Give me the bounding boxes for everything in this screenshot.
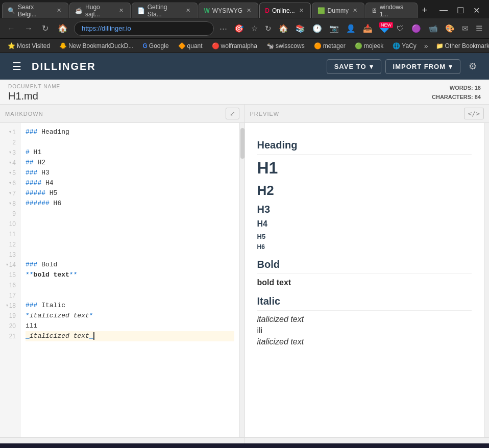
code-line-10	[26, 219, 234, 229]
home-button[interactable]: 🏠	[55, 22, 71, 34]
fold-arrow-8[interactable]: ▾	[9, 198, 11, 209]
html-view-button[interactable]: </>	[464, 108, 484, 119]
markdown-panel: MARKDOWN ⤢ ▾12▾3▾4▾5▾6▾7▾8910111213▾1415…	[0, 105, 245, 437]
close-window-button[interactable]: ✕	[469, 5, 484, 16]
bookmarks-more[interactable]: »	[422, 41, 430, 51]
yacy-icon: 🌐	[393, 42, 400, 49]
bottom-scroll-left[interactable]	[0, 438, 245, 443]
tab-windows[interactable]: 🖥 windows 1...	[365, 3, 418, 18]
mojeek-icon: 🟢	[355, 42, 362, 49]
video-btn[interactable]: 📹	[426, 23, 441, 34]
line-number-14: ▾14	[0, 260, 20, 270]
wolframalpha-icon: 🔴	[212, 42, 219, 49]
history-icon-btn[interactable]: 🕐	[310, 23, 325, 34]
ublock-btn[interactable]: 🛡	[394, 23, 407, 34]
home-icon-btn[interactable]: 🏠	[276, 23, 291, 34]
tab-wysiwyg[interactable]: W WYSIWYG ✕	[199, 3, 259, 18]
preview-scrollbar[interactable]	[484, 123, 489, 437]
bookmark-swisscows[interactable]: 🐄 swisscows	[263, 41, 308, 51]
bookmark-label-most-visited: Most Visited	[17, 42, 50, 49]
bookmark-wolframalpha[interactable]: 🔴 wolframalpha	[208, 41, 261, 51]
save-to-button[interactable]: SAVE TO ▾	[327, 59, 381, 74]
code-line-17	[26, 290, 234, 301]
bookmark-label-metager: metager	[323, 42, 346, 49]
code-line-3: # H1	[26, 147, 234, 158]
line-number-4: ▾4	[0, 158, 20, 168]
screenshot-btn[interactable]: 📷	[327, 23, 341, 34]
tab-close-wysiwyg[interactable]: ✕	[245, 7, 253, 14]
save-to-arrow-icon: ▾	[370, 63, 374, 70]
account-btn[interactable]: 👤	[344, 23, 358, 34]
tab-close-online[interactable]: ✕	[298, 7, 305, 14]
address-input[interactable]	[74, 21, 214, 36]
fold-arrow-5[interactable]: ▾	[9, 168, 11, 178]
fold-arrow-7[interactable]: ▾	[9, 188, 11, 198]
bookmark-quant[interactable]: 🔶 quant	[175, 41, 206, 51]
tab-close-getting[interactable]: ✕	[184, 7, 192, 14]
bookmark-label-quant: quant	[187, 42, 203, 49]
code-content[interactable]: ### Heading # H1## H2### H3#### H4##### …	[20, 123, 239, 437]
pocket-button[interactable]: 🎯	[232, 23, 247, 34]
extensions-button[interactable]: ⋯	[217, 23, 230, 34]
gmail-btn[interactable]: ✉	[459, 23, 471, 34]
tab-close-searx[interactable]: ✕	[55, 7, 63, 14]
line-number-8: ▾8	[0, 198, 20, 209]
line-number-3: ▾3	[0, 147, 20, 158]
maximize-button[interactable]: ☐	[453, 5, 468, 16]
fold-arrow-4[interactable]: ▾	[9, 158, 11, 168]
fold-arrow-1[interactable]: ▾	[9, 127, 11, 137]
line-number-7: ▾7	[0, 188, 20, 198]
bookmark-most-visited[interactable]: ⭐ Most Visited	[4, 41, 54, 51]
code-line-4: ## H2	[26, 158, 234, 168]
hamburger-button[interactable]: ☰	[8, 58, 26, 74]
bookmark-google[interactable]: G Google	[139, 41, 173, 51]
tab-getting[interactable]: 📄 Getting Sta... ✕	[132, 3, 198, 18]
tab-hugo[interactable]: ☕ Hugo sajt... ✕	[69, 3, 131, 18]
tab-icon-searx: 🔍	[8, 7, 15, 14]
tab-close-hugo[interactable]: ✕	[117, 7, 125, 14]
bookmark-yacy[interactable]: 🌐 YaCy	[389, 41, 420, 51]
bookmark-label-mojeek: mojeek	[364, 42, 384, 49]
fold-arrow-6[interactable]: ▾	[9, 178, 11, 188]
fold-arrow-3[interactable]: ▾	[9, 147, 11, 158]
bookmark-new-bookmark[interactable]: 🐥 New BookmarkDuckD...	[56, 41, 137, 51]
bookmark-mojeek[interactable]: 🟢 mojeek	[351, 41, 387, 51]
markdown-scrollbar[interactable]	[239, 123, 244, 437]
extra-btn1[interactable]: 🟣	[409, 23, 424, 34]
settings-button[interactable]: ⚙	[464, 59, 481, 74]
window-controls: — ☐ ✕	[432, 5, 487, 16]
forward-button[interactable]: →	[21, 23, 36, 34]
back-button[interactable]: ←	[4, 23, 18, 34]
code-editor[interactable]: ▾12▾3▾4▾5▾6▾7▾8910111213▾14151617▾181920…	[0, 123, 244, 437]
import-from-button[interactable]: IMPORT FROM ▾	[385, 59, 460, 74]
download-btn[interactable]: 📥	[360, 23, 375, 34]
preview-panel-header: PREVIEW </>	[245, 105, 490, 123]
color-btn[interactable]: 🎨	[443, 23, 457, 34]
tab-online[interactable]: D Online... ✕	[259, 3, 310, 18]
menu-btn[interactable]: ☰	[473, 23, 485, 34]
import-from-arrow-icon: ▾	[449, 63, 453, 70]
bottom-scroll-right[interactable]	[245, 438, 490, 443]
new-badge-btn[interactable]: NEW🔷	[377, 23, 392, 34]
doc-name-section: DOCUMENT NAME H1.md	[8, 84, 60, 102]
tab-dummy[interactable]: 🟩 Dummy ✕	[312, 3, 364, 18]
fold-arrow-18[interactable]: ▾	[6, 301, 8, 311]
tab-close-dummy[interactable]: ✕	[351, 7, 359, 14]
bookmark-button[interactable]: ☆	[249, 23, 260, 34]
line-number-11: 11	[0, 229, 20, 239]
new-bookmark-icon: 🐥	[59, 42, 67, 49]
expand-markdown-button[interactable]: ⤢	[226, 108, 239, 119]
new-tab-button[interactable]: +	[419, 5, 430, 16]
other-bookmarks-folder[interactable]: 📁 Other Bookmarks	[432, 41, 489, 51]
tab-searx[interactable]: 🔍 Searx Belgi... ✕	[2, 3, 68, 18]
line-number-13: 13	[0, 250, 20, 260]
minimize-button[interactable]: —	[435, 5, 452, 16]
sync-button[interactable]: ↻	[262, 23, 274, 34]
bookmarks-icon-btn[interactable]: 📚	[293, 23, 308, 34]
bookmark-metager[interactable]: 🟠 metager	[310, 41, 349, 51]
line-number-19: 19	[0, 311, 20, 321]
code-line-15: **bold text**	[26, 270, 234, 280]
fold-arrow-14[interactable]: ▾	[6, 260, 8, 270]
reload-button[interactable]: ↻	[39, 22, 52, 34]
code-line-14: ### Bold	[26, 260, 234, 270]
